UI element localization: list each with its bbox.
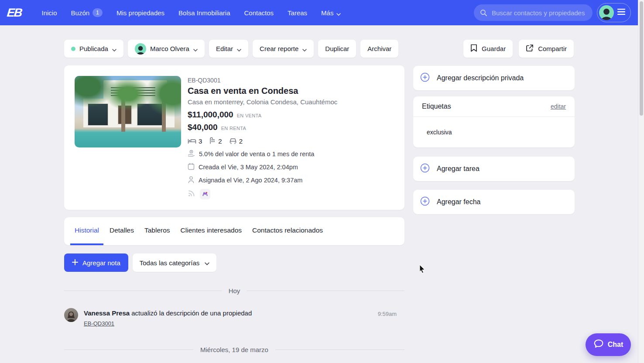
app-logo[interactable]: EB: [6, 6, 22, 20]
divider-label: Hoy: [229, 287, 240, 295]
photo-palm: [104, 77, 151, 110]
page-scrollbar[interactable]: [638, 0, 644, 363]
search-input[interactable]: [491, 9, 586, 17]
nav-item-label: Inicio: [42, 9, 57, 17]
created-text: Creada el Vie, 3 May 2024, 2:04pm: [199, 164, 298, 171]
global-search[interactable]: [474, 4, 593, 21]
nav-item-inicio[interactable]: Inicio: [42, 9, 57, 17]
add-note-label: Agregar nota: [82, 259, 120, 267]
nav-item-label: Bolsa Inmobiliaria: [178, 9, 230, 17]
chevron-down-icon: [237, 45, 241, 53]
status-dot: [71, 47, 75, 51]
agent-avatar: [135, 43, 146, 55]
property-title: Casa en venta en Condesa: [188, 86, 337, 96]
side-column: Agregar descripción privada Etiquetas ed…: [413, 66, 575, 214]
chat-launcher-button[interactable]: Chat: [586, 333, 631, 356]
property-photo[interactable]: [75, 76, 181, 147]
tab-clientes-interesados[interactable]: Clientes interesados: [176, 217, 246, 245]
add-date-label: Agregar fecha: [437, 198, 481, 206]
nav-item-buzon[interactable]: Buzón 1: [71, 8, 103, 17]
entry-user: Vanessa Presa: [84, 309, 130, 317]
agent-dropdown[interactable]: Marco Olvera: [128, 40, 205, 58]
edit-label: Editar: [216, 45, 233, 52]
tab-historial[interactable]: Historial: [70, 217, 103, 245]
entry-text: Vanessa Presa actualizó la descripción d…: [84, 308, 252, 328]
add-note-button[interactable]: Agregar nota: [64, 253, 128, 272]
divider-line: [64, 291, 222, 291]
nav-item-label: Más: [321, 9, 333, 17]
history-controls: Agregar nota Todas las categorías: [64, 253, 404, 272]
main-column: EB-QD3001 Casa en venta en Condesa Casa …: [64, 65, 404, 363]
chevron-down-icon: [205, 259, 209, 267]
nav-item-bolsa-inmobiliaria[interactable]: Bolsa Inmobiliaria: [178, 9, 230, 17]
nav-item-contactos[interactable]: Contactos: [244, 9, 274, 17]
add-task-label: Agregar tarea: [437, 165, 480, 173]
timeline-divider-today: Hoy: [64, 287, 404, 295]
commission-text: 5.0% del valor de venta o 1 mes de renta: [199, 151, 314, 158]
status-dropdown[interactable]: Publicada: [64, 40, 123, 58]
entry-property-link[interactable]: EB-QD3001: [84, 320, 114, 328]
rent-price-row: $40,000 EN RENTA: [188, 123, 337, 132]
add-date-button[interactable]: Agregar fecha: [413, 190, 575, 214]
user-avatar: [599, 5, 614, 20]
nav-item-tareas[interactable]: Tareas: [288, 9, 307, 17]
plus-circle-icon: [420, 72, 430, 84]
edit-dropdown[interactable]: Editar: [209, 40, 248, 58]
property-address: Casa en monterrey, Colonia Condesa, Cuau…: [188, 98, 337, 106]
agent-label: Marco Olvera: [150, 45, 189, 52]
divider-label: Miércoles, 19 de marzo: [200, 346, 268, 353]
nav-item-label: Buzón: [71, 9, 90, 17]
tab-detalles[interactable]: Detalles: [105, 217, 138, 245]
chat-bubble-icon: [593, 339, 604, 350]
save-button[interactable]: Guardar: [463, 40, 513, 58]
syndication-row: [188, 189, 337, 199]
tags-card: Etiquetas editar exclusiva: [413, 96, 575, 147]
navbar: EB Inicio Buzón 1 Mis propiedades Bolsa …: [0, 0, 638, 25]
entry-action: actualizó la descripción de una propieda…: [130, 309, 252, 317]
share-button[interactable]: Compartir: [519, 40, 574, 58]
nav-item-mis-propiedades[interactable]: Mis propiedades: [116, 9, 164, 17]
rent-price-label: EN RENTA: [221, 126, 246, 131]
bathrooms-value: 2: [218, 137, 222, 145]
nav-item-mas[interactable]: Más: [321, 9, 341, 17]
user-menu[interactable]: [597, 3, 631, 22]
plus-circle-icon: [420, 196, 430, 208]
property-id: EB-QD3001: [188, 77, 337, 84]
sale-price-label: EN VENTA: [237, 113, 262, 118]
shower-icon: [209, 137, 216, 145]
main-nav: Inicio Buzón 1 Mis propiedades Bolsa Inm…: [42, 8, 341, 17]
person-icon: [188, 176, 195, 185]
category-filter-label: Todas las categorías: [140, 259, 200, 267]
plus-circle-icon: [420, 163, 430, 175]
page: EB Inicio Buzón 1 Mis propiedades Bolsa …: [0, 0, 644, 363]
divider-line: [275, 349, 404, 350]
duplicate-button[interactable]: Duplicar: [318, 40, 356, 58]
add-task-button[interactable]: Agregar tarea: [413, 157, 575, 181]
chevron-down-icon: [193, 45, 198, 53]
entry-time: 9:59am: [378, 311, 397, 317]
scrollbar-thumb[interactable]: [640, 1, 643, 116]
chevron-down-icon: [112, 45, 116, 53]
inbox-count-badge: 1: [92, 8, 103, 17]
portal-badge-icon[interactable]: [200, 189, 210, 199]
archive-button[interactable]: Archivar: [360, 40, 398, 58]
create-report-dropdown[interactable]: Crear reporte: [253, 40, 314, 58]
sale-price-row: $11,000,000 EN VENTA: [188, 110, 337, 120]
assigned-text: Asignada el Vie, 2 Ago 2024, 9:37am: [199, 177, 302, 184]
tab-tableros[interactable]: Tableros: [140, 217, 175, 245]
parking-stat: 2: [229, 137, 243, 145]
add-private-description-button[interactable]: Agregar descripción privada: [413, 66, 575, 90]
nav-item-label: Contactos: [244, 9, 274, 17]
tag-item: exclusiva: [427, 129, 452, 136]
property-info: EB-QD3001 Casa en venta en Condesa Casa …: [188, 76, 337, 199]
tags-edit-link[interactable]: editar: [551, 103, 566, 110]
hamburger-menu-icon: [617, 9, 625, 17]
tab-contactos-relacionados[interactable]: Contactos relacionados: [248, 217, 327, 245]
divider-line: [64, 349, 193, 350]
category-filter-dropdown[interactable]: Todas las categorías: [133, 253, 217, 272]
plus-icon: [72, 259, 78, 267]
archive-label: Archivar: [367, 45, 391, 52]
share-label: Compartir: [538, 45, 567, 52]
timeline-divider-date: Miércoles, 19 de marzo: [64, 346, 404, 353]
sale-price: $11,000,000: [188, 110, 233, 120]
